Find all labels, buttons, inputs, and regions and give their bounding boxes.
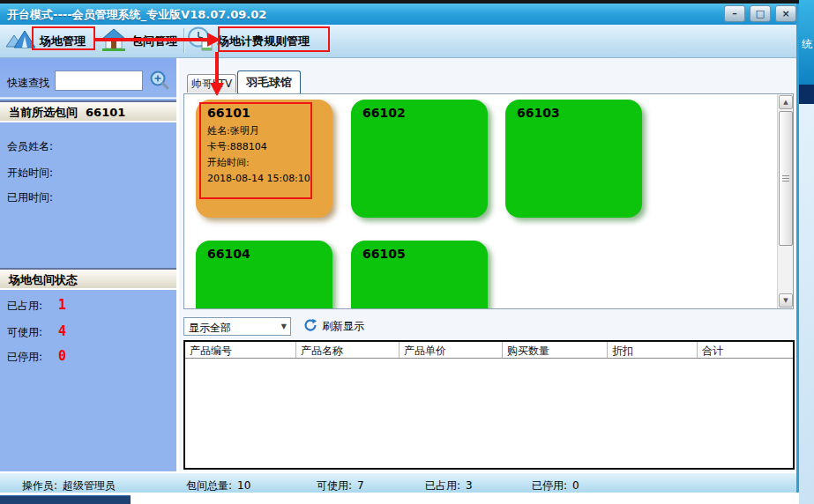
room-card-66102[interactable]: 66102: [351, 100, 488, 218]
selected-room-header: 当前所选包间 66101: [0, 100, 176, 122]
toolbar: 场地管理 包间管理: [0, 25, 796, 58]
billing-clock-icon: [187, 26, 213, 56]
filter-dropdown-value: 显示全部: [189, 321, 231, 336]
maximize-icon: □: [756, 8, 765, 19]
refresh-button-label: 刷新显示: [322, 319, 364, 334]
room-id: 66103: [517, 106, 560, 120]
tab-ktv[interactable]: 帅哥KTV: [187, 74, 236, 93]
toolbar-label-room-management: 包间管理: [131, 33, 177, 49]
disabled-count: 0: [58, 348, 66, 364]
background-window-body: [799, 104, 814, 504]
room-card-66105[interactable]: 66105: [351, 241, 488, 309]
bottom-taskbar-fragment: [0, 495, 131, 504]
titlebar: 开台模式----会员管理系统_专业版V18.07.09.02 – □ ×: [0, 4, 796, 25]
background-window-title: 统: [799, 0, 814, 85]
room-card-panel: 66101 姓名:张明月 卡号:888104 开始时间: 2018-08-14 …: [183, 93, 794, 309]
elapsed-time-label: 已用时间:: [7, 190, 53, 205]
main-area: 帅哥KTV 羽毛球馆 66101 姓名:张明月 卡号:888104 开始时间: …: [182, 58, 796, 471]
start-time-label: 开始时间:: [7, 166, 53, 181]
scroll-down-button[interactable]: ▼: [779, 293, 793, 308]
room-card-66104[interactable]: 66104: [196, 241, 332, 309]
room-start-time: 2018-08-14 15:08:10: [207, 173, 310, 184]
maximize-button[interactable]: □: [750, 5, 771, 22]
bottom-strip: [0, 493, 799, 504]
room-member-name: 姓名:张明月: [207, 125, 259, 137]
available-label: 可使用:: [7, 326, 42, 338]
statusbar: 操作员:超级管理员 包间总量:10 可使用:7 已占用:3 已停用:0: [0, 471, 796, 495]
quick-search-input[interactable]: [55, 70, 143, 91]
statusbar-available: 可使用:7: [317, 478, 364, 493]
refresh-icon: [303, 318, 317, 335]
room-card-66101[interactable]: 66101 姓名:张明月 卡号:888104 开始时间: 2018-08-14 …: [196, 100, 332, 218]
toolbar-button-billing-rules[interactable]: 场地计费规则管理: [187, 26, 310, 56]
screen: 统 开台模式----会员管理系统_专业版V18.07.09.02 – □ ×: [0, 0, 814, 504]
main-window: 开台模式----会员管理系统_专业版V18.07.09.02 – □ × 场地管…: [0, 4, 799, 493]
room-card-66103[interactable]: 66103: [505, 100, 642, 218]
column-header-quantity[interactable]: 购买数量: [503, 342, 608, 358]
room-card-number: 卡号:888104: [207, 141, 267, 152]
search-icon: [149, 80, 170, 93]
minimize-button[interactable]: –: [724, 5, 745, 22]
occupied-label: 已占用:: [7, 300, 42, 312]
scroll-up-button[interactable]: ▲: [779, 95, 793, 109]
selected-room-header-label: 当前所选包间: [9, 106, 78, 119]
statusbar-operator: 操作员:超级管理员: [22, 478, 116, 493]
search-button[interactable]: [148, 70, 171, 93]
column-header-product-code[interactable]: 产品编号: [185, 342, 296, 358]
room-id: 66101: [207, 106, 250, 120]
toolbar-button-venue-management[interactable]: 场地管理: [5, 26, 86, 56]
room-status-header-label: 场地包间状态: [9, 273, 78, 286]
column-header-total[interactable]: 合计: [698, 342, 793, 358]
background-window-sliver: 统: [799, 0, 814, 504]
sidebar: 快速查找 当前所选包间 66101: [0, 58, 179, 471]
chevron-down-icon: ▼: [281, 322, 287, 330]
room-start-label: 开始时间:: [207, 157, 250, 168]
tent-icon: [5, 28, 35, 55]
close-button[interactable]: ×: [775, 5, 796, 22]
column-header-unit-price[interactable]: 产品单价: [400, 342, 503, 358]
filter-dropdown[interactable]: 显示全部 ▼: [183, 317, 291, 336]
window-controls: – □ ×: [724, 5, 796, 22]
quick-search-label: 快速查找: [7, 76, 49, 91]
occupied-count: 1: [58, 297, 66, 313]
scrollbar-thumb[interactable]: [779, 111, 793, 246]
toolbar-label-billing-rules: 场地计费规则管理: [218, 33, 310, 49]
refresh-button[interactable]: 刷新显示: [303, 316, 364, 336]
column-header-discount[interactable]: 折扣: [608, 342, 698, 358]
house-icon: [101, 27, 127, 56]
available-row: 可使用: 4: [7, 325, 42, 340]
product-table-body: [185, 359, 793, 468]
column-header-product-name[interactable]: 产品名称: [296, 342, 400, 358]
toolbar-button-room-management[interactable]: 包间管理: [101, 26, 177, 56]
tab-badminton-label: 羽毛球馆: [246, 76, 292, 89]
statusbar-occupied: 已占用:3: [425, 478, 473, 493]
room-details: 姓名:张明月 卡号:888104 开始时间: 2018-08-14 15:08:…: [207, 123, 310, 188]
background-window-text: 统: [802, 38, 812, 50]
close-icon: ×: [781, 8, 789, 19]
room-status-header: 场地包间状态: [0, 268, 176, 290]
content: 快速查找 当前所选包间 66101: [0, 58, 796, 471]
tab-badminton[interactable]: 羽毛球馆: [237, 70, 301, 93]
background-window-band: [799, 85, 814, 104]
room-id: 66102: [362, 106, 406, 120]
window-title: 开台模式----会员管理系统_专业版V18.07.09.02: [7, 7, 266, 23]
room-id: 66104: [207, 247, 250, 261]
vertical-scrollbar[interactable]: ▲ ▼: [777, 94, 793, 308]
statusbar-total-rooms: 包间总量:10: [186, 478, 250, 493]
room-id: 66105: [362, 247, 406, 261]
sidebar-separator: [0, 97, 176, 99]
minimize-icon: –: [732, 8, 737, 19]
toolbar-separator: [183, 28, 184, 53]
statusbar-disabled: 已停用:0: [532, 478, 579, 493]
occupied-row: 已占用: 1: [7, 299, 42, 314]
tab-ktv-label: 帅哥KTV: [191, 78, 232, 90]
member-name-label: 会员姓名:: [7, 139, 53, 154]
product-table-header: 产品编号 产品名称 产品单价 购买数量 折扣 合计: [185, 342, 793, 359]
product-table: 产品编号 产品名称 产品单价 购买数量 折扣 合计: [183, 340, 795, 470]
available-count: 4: [58, 323, 66, 339]
disabled-row: 已停用: 0: [7, 350, 42, 365]
selected-room-id: 66101: [86, 106, 125, 119]
toolbar-label-venue-management: 场地管理: [40, 33, 86, 49]
disabled-label: 已停用:: [7, 351, 42, 363]
scrollbar-grip: [782, 175, 789, 182]
